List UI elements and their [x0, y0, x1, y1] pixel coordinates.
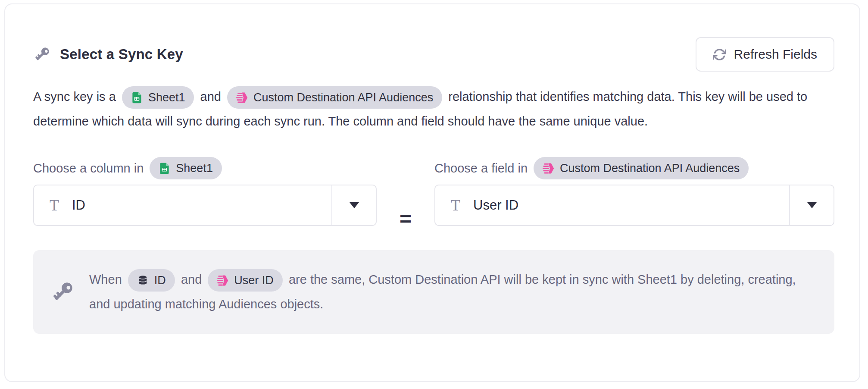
info-field-badge-label: User ID [234, 268, 274, 293]
column-picker: Choose a column in Sheet1 T ID [33, 160, 377, 229]
page-title: Select a Sync Key [60, 46, 183, 63]
info-conjunction: and [181, 273, 202, 286]
column-select-value: ID [72, 198, 331, 213]
field-select-caret-button[interactable] [790, 185, 834, 225]
text-type-icon: T [50, 198, 59, 213]
info-text-1: When [89, 273, 122, 286]
custom-destination-icon [236, 92, 248, 104]
field-select-value: User ID [473, 198, 789, 213]
custom-destination-icon [217, 275, 228, 286]
text-type-icon: T [451, 198, 460, 213]
key-icon [50, 279, 75, 304]
info-column-badge-label: ID [154, 268, 166, 293]
destination-badge: Custom Destination API Audiences [227, 86, 442, 109]
custom-destination-icon [543, 163, 554, 174]
database-icon [137, 275, 149, 286]
column-select-caret-button[interactable] [332, 185, 376, 225]
info-column-badge: ID [128, 269, 175, 292]
column-select[interactable]: T ID [33, 185, 377, 226]
sync-key-description: A sync key is a Sheet1 and Custom Destin… [33, 85, 834, 134]
sync-key-card: Select a Sync Key Refresh Fields A sync … [4, 3, 860, 382]
key-icon [33, 45, 51, 63]
info-field-badge: User ID [208, 269, 283, 292]
field-picker-label-text: Choose a field in [434, 161, 528, 176]
field-select[interactable]: T User ID [434, 185, 834, 226]
description-text-1: A sync key is a [33, 90, 116, 104]
sheet-icon [131, 92, 143, 104]
chevron-down-icon [350, 202, 359, 208]
source-badge: Sheet1 [122, 86, 194, 109]
field-picker-destination-badge: Custom Destination API Audiences [534, 157, 749, 179]
equals-sign: = [377, 209, 434, 229]
refresh-fields-label: Refresh Fields [734, 47, 817, 62]
field-picker-label: Choose a field in Custom Destination API… [434, 160, 834, 176]
column-picker-label-text: Choose a column in [33, 161, 144, 176]
source-badge-label: Sheet1 [148, 85, 185, 110]
refresh-icon [713, 48, 726, 61]
sheet-icon [159, 163, 170, 174]
column-picker-source-badge-label: Sheet1 [176, 162, 213, 175]
destination-badge-label: Custom Destination API Audiences [253, 85, 433, 110]
sync-key-info-text: When ID and User ID are the same, Custom… [89, 267, 815, 317]
sync-key-pickers: Choose a column in Sheet1 T ID = [33, 160, 834, 229]
card-header: Select a Sync Key Refresh Fields [33, 37, 834, 72]
refresh-fields-button[interactable]: Refresh Fields [696, 37, 834, 72]
description-conjunction: and [200, 90, 221, 104]
column-picker-label: Choose a column in Sheet1 [33, 160, 377, 176]
title-group: Select a Sync Key [33, 45, 183, 63]
sync-key-info-box: When ID and User ID are the same, Custom… [33, 250, 834, 334]
page: Select a Sync Key Refresh Fields A sync … [0, 0, 868, 389]
field-picker: Choose a field in Custom Destination API… [434, 160, 834, 229]
field-picker-destination-badge-label: Custom Destination API Audiences [560, 162, 740, 175]
column-picker-source-badge: Sheet1 [150, 157, 222, 179]
chevron-down-icon [807, 202, 817, 208]
